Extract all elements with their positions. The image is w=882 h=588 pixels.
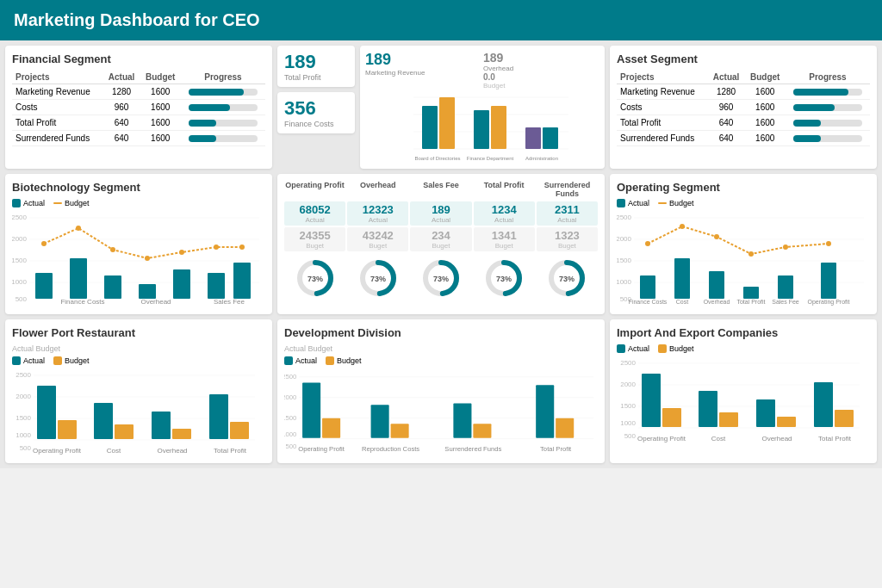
- svg-text:2000: 2000: [16, 393, 31, 400]
- center-top-area: 189 Total Profit 356 Finance Costs 189 M…: [277, 46, 605, 169]
- col-projects: Projects: [12, 71, 103, 84]
- ie-budget-label: Budget: [669, 344, 694, 353]
- svg-text:Overhead: Overhead: [157, 447, 187, 455]
- svg-rect-134: [699, 391, 717, 427]
- donut-svg-0: 73%: [294, 257, 337, 300]
- mini-kpi-value-4: 0.0: [483, 72, 599, 82]
- dashboard-grid: Financial Segment Projects Actual Budget…: [0, 40, 882, 468]
- metric-budget-0: 24355 Buget: [284, 227, 345, 251]
- center-chart-card: 189 Marketing Revenue 189 Overhead 0.0 B…: [360, 46, 605, 169]
- metric-header-4: Surrendered Funds: [537, 181, 598, 198]
- svg-text:1500: 1500: [12, 257, 28, 264]
- svg-rect-22: [35, 273, 53, 299]
- svg-rect-24: [104, 275, 121, 299]
- row-name: Costs: [617, 100, 708, 115]
- svg-rect-118: [556, 418, 574, 438]
- row-budget: 1600: [140, 131, 181, 146]
- kpi-label-1: Total Profit: [284, 73, 348, 82]
- op-legend-orange: [658, 202, 667, 204]
- svg-rect-64: [674, 258, 690, 299]
- row-actual: 640: [103, 131, 140, 146]
- svg-text:Overhead: Overhead: [761, 435, 792, 443]
- kpi-total-profit: 189 Total Profit: [277, 46, 355, 87]
- svg-text:1000: 1000: [12, 278, 28, 286]
- svg-text:2500: 2500: [620, 359, 636, 367]
- svg-rect-115: [453, 403, 471, 437]
- row-name: Marketing Revenue: [12, 84, 103, 100]
- svg-rect-65: [709, 271, 724, 299]
- metrics-actual-row: 68052 Actual 12323 Actual 189 Actual 123…: [284, 201, 598, 226]
- row-progress: [181, 115, 265, 131]
- page-title: Marketing Dashboard for CEO: [14, 10, 260, 29]
- table-row: Marketing Revenue 1280 1600: [617, 84, 870, 100]
- flower-port-subtitle: Actual Budget: [12, 344, 265, 353]
- svg-text:Cost: Cost: [107, 447, 121, 455]
- table-row: Total Profit 640 1600: [617, 115, 870, 131]
- svg-rect-23: [70, 258, 87, 299]
- row-progress: [786, 131, 870, 146]
- svg-text:1500: 1500: [16, 414, 31, 422]
- row-actual: 960: [103, 100, 140, 115]
- row-name: Surrendered Funds: [617, 131, 708, 146]
- svg-rect-90: [37, 386, 56, 439]
- svg-text:73%: 73%: [496, 275, 512, 283]
- flower-port-legend: Actual Budget: [12, 356, 265, 365]
- row-actual: 1280: [103, 84, 140, 100]
- svg-rect-94: [152, 412, 171, 439]
- asset-col-projects: Projects: [617, 71, 708, 84]
- svg-point-33: [179, 250, 184, 255]
- donut-svg-4: 73%: [545, 257, 588, 300]
- operating-segment-title: Operating Segment: [617, 181, 870, 194]
- row-progress: [786, 84, 870, 100]
- op-legend-budget-label: Budget: [669, 199, 694, 207]
- table-row: Costs 960 1600: [617, 100, 870, 115]
- row-progress: [181, 131, 265, 146]
- svg-rect-117: [536, 385, 554, 437]
- flower-port-title: Flower Port Restaurant: [12, 326, 265, 339]
- biotechnology-legend: Actual Budget: [12, 199, 265, 207]
- svg-text:73%: 73%: [370, 275, 386, 283]
- development-subtitle: Actual Budget: [284, 344, 598, 353]
- import-export-chart: 2500 2000 1500 1000 500 Operating Profit…: [617, 356, 870, 443]
- donut-chart-4: 73%: [537, 257, 598, 300]
- fp-budget-label: Budget: [65, 356, 90, 365]
- flower-port-card: Flower Port Restaurant Actual Budget Act…: [5, 319, 272, 463]
- kpi-label-2: Finance Costs: [284, 120, 348, 128]
- financial-segment-table: Projects Actual Budget Progress Marketin…: [12, 71, 265, 146]
- metric-header-3: Total Profit: [474, 181, 535, 198]
- dev-legend: Actual Budget: [284, 356, 598, 365]
- mini-kpis: 189 Marketing Revenue 189 Overhead 0.0 B…: [365, 51, 599, 90]
- mini-kpi-value-3: 189: [483, 51, 599, 65]
- biotechnology-segment-card: Biotechnology Segment Actual Budget 2500…: [5, 174, 272, 314]
- svg-rect-8: [525, 127, 541, 149]
- asset-col-budget: Budget: [745, 71, 786, 84]
- metric-actual-1: 12323 Actual: [347, 201, 408, 226]
- row-name: Total Profit: [12, 115, 103, 131]
- svg-text:1000: 1000: [16, 431, 31, 439]
- donut-chart-0: 73%: [284, 257, 345, 300]
- row-budget: 1600: [745, 84, 786, 100]
- svg-rect-95: [172, 429, 191, 439]
- svg-text:2500: 2500: [284, 373, 296, 381]
- ie-teal-dot: [617, 344, 625, 353]
- table-row: Costs 960 1600: [12, 100, 265, 115]
- svg-rect-26: [173, 269, 190, 299]
- svg-rect-91: [58, 420, 77, 439]
- donut-svg-1: 73%: [357, 257, 400, 300]
- svg-rect-139: [835, 410, 854, 427]
- donut-chart-2: 73%: [410, 257, 471, 300]
- financial-segment-card: Financial Segment Projects Actual Budget…: [5, 46, 272, 169]
- mini-kpi-value-1: 189: [365, 51, 481, 69]
- row-actual: 960: [708, 100, 745, 115]
- svg-text:Sales Fee: Sales Fee: [214, 298, 245, 306]
- svg-rect-111: [302, 382, 320, 437]
- svg-text:73%: 73%: [559, 275, 575, 283]
- dev-budget-label: Budget: [337, 356, 362, 365]
- svg-rect-92: [94, 403, 113, 439]
- table-row: Total Profit 640 1600: [12, 115, 265, 131]
- metric-budget-4: 1323 Buget: [537, 227, 598, 251]
- svg-text:2000: 2000: [617, 235, 632, 243]
- row-budget: 1600: [140, 100, 181, 115]
- legend-actual-label: Actual: [23, 199, 45, 207]
- metric-actual-2: 189 Actual: [410, 201, 471, 226]
